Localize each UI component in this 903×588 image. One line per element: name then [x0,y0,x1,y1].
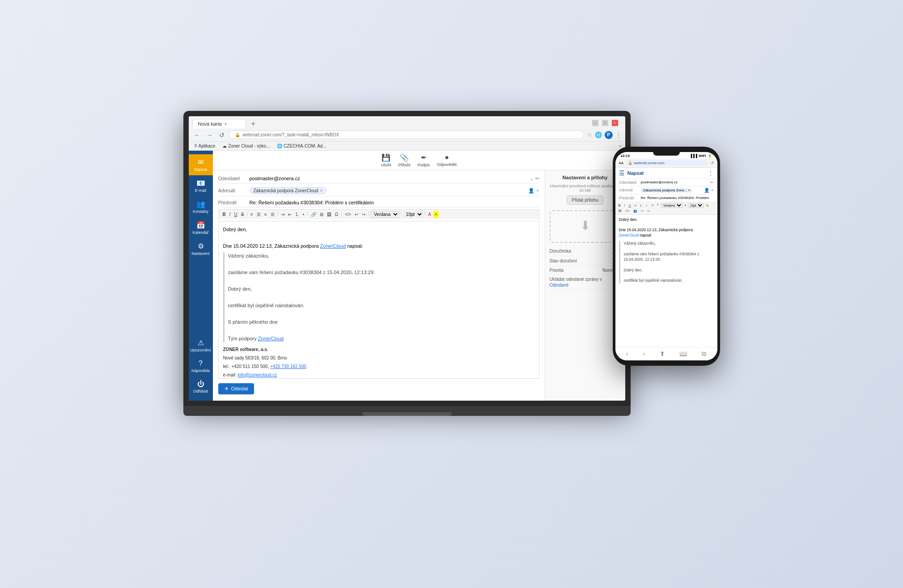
phone-remove-icon[interactable]: × [688,188,691,192]
phone-back-icon[interactable]: ‹ [626,350,628,357]
reply-button[interactable]: ● Odpovědět [437,153,457,167]
bold-button[interactable]: B [221,211,227,218]
phone-emoji-button[interactable]: Ω [705,203,710,208]
sig-tel2-link[interactable]: +420 730 162 500 [270,364,306,369]
phone-font-selector[interactable]: Verdana [661,203,683,208]
phone-edit-icon[interactable]: ✏ [710,180,714,185]
ul-button[interactable]: • [301,211,306,218]
phone-bold-button[interactable]: B [617,203,622,208]
sidebar-item-calendar[interactable]: 📅 Kalendář [189,217,213,238]
minimize-button[interactable]: — [592,120,598,126]
star-icon[interactable]: ☆ [587,131,592,138]
globe-icon[interactable]: 🌐 [595,131,602,138]
bookmarks-more-icon[interactable]: » [619,144,622,148]
phone-editor-body[interactable]: Dobrý den, Dne 15.04.2020 12:13, Zákazni… [615,215,717,347]
align-left-button[interactable]: ≡ [249,211,254,218]
reload-button[interactable]: ↺ [217,131,226,140]
link-button[interactable]: 🔗 [309,211,318,218]
align-right-button[interactable]: ≡ [263,211,268,218]
sidebar-item-settings[interactable]: ⚙ Nastavení [189,238,213,259]
phone-share-icon[interactable]: ⬆ [660,350,665,357]
subject-input[interactable] [250,200,539,205]
phone-align-button[interactable]: ≡ [633,203,638,208]
phone-zonercloud-link[interactable]: ZonerCloud [619,233,639,237]
phone-arrow-icon: ▼ [684,204,687,207]
team-link[interactable]: ZonerCloud [258,336,284,341]
sidebar-item-logout[interactable]: ⏻ Odhlásit [189,376,213,397]
phone-size-selector[interactable]: 10pt [688,203,704,208]
phone-people-btn[interactable]: 👥 [632,209,639,213]
phone-tabs-icon[interactable]: ⧉ [702,350,706,358]
font-selector[interactable]: Verdana [371,211,399,218]
sidebar-item-contacts[interactable]: 👥 Kontakty [189,196,213,217]
sender-edit-icon[interactable]: ✏ [535,176,539,182]
code-button[interactable]: </> [343,211,352,218]
sidebar-item-compose[interactable]: ✉ Napsat [189,154,213,175]
align-center-button[interactable]: ☰ [255,211,262,218]
text-bg-button[interactable]: A [433,211,439,218]
image-button[interactable]: 🖼 [326,211,333,218]
browser-tab[interactable]: Nová karta × [192,119,246,128]
phone-ul-button[interactable]: • [645,203,649,208]
phone-quote-button[interactable]: ❝ [656,203,660,208]
subject-value-container[interactable] [250,200,539,205]
bookmark-czechia[interactable]: 🌐 CZECHIA.COM: Ad... [275,143,328,149]
recipient-remove-icon[interactable]: × [320,188,323,193]
close-button[interactable]: × [612,120,618,126]
address-bar[interactable]: 🔒 webmail.zoner.com/?_task=mail&_mbox=IN… [229,131,584,139]
font-size-selector[interactable]: 10pt [403,211,423,218]
phone-url-bar[interactable]: 🔒 webmail.zoner.com [625,160,708,166]
underline-button[interactable]: U [233,211,239,218]
sidebar-item-alerts[interactable]: ⚠ Upozornění [189,335,213,356]
bookmark-zoner[interactable]: ☁ Zoner Cloud - výko... [220,143,271,149]
sidebar-item-email[interactable]: 📧 E-mail [189,175,213,196]
phone-more-icon[interactable]: ⋮ [708,169,714,177]
save-button[interactable]: 💾 Uložit [381,153,391,167]
italic-button[interactable]: I [228,211,232,218]
add-recipient-icon[interactable]: + [536,188,539,194]
phone-underline-button[interactable]: U [627,203,632,208]
phone-undo-btn[interactable]: ↩ [640,209,645,213]
sender-expand-icon[interactable]: ⌄ [530,176,534,182]
new-tab-button[interactable]: + [248,119,259,129]
phone-add-recipient-icon[interactable]: + [711,188,714,193]
bookmark-apps[interactable]: ⠿ Aplikace [192,143,217,149]
add-contact-icon[interactable]: 👤 [528,188,534,194]
phone-code-btn[interactable]: </> [624,209,631,213]
phone-indent-button[interactable]: ⇥ [649,203,655,208]
outdent-button[interactable]: ⇤ [287,211,293,218]
phone-italic-button[interactable]: I [623,203,627,208]
ol-button[interactable]: 1. [294,211,300,218]
body-link[interactable]: ZonerCloud [320,243,346,249]
attach-button[interactable]: 📎 Přiložit [398,153,410,167]
phone-forward-icon[interactable]: › [643,350,645,357]
redo-button[interactable]: ↪ [360,211,367,218]
justify-button[interactable]: ☰ [269,211,276,218]
phone-add-contact-icon[interactable]: 👤 [704,188,709,193]
sidebar-item-help[interactable]: ? Nápověda [189,356,213,376]
table-button[interactable]: ⊞ [318,211,325,218]
menu-icon[interactable]: ⋮ [615,131,622,139]
tab-close-icon[interactable]: × [225,122,227,127]
editor-body[interactable]: Dobrý den, Dne 15.04.2020 12:13, Zákazni… [218,221,539,379]
undo-button[interactable]: ↩ [353,211,360,218]
send-button[interactable]: ✈ Odeslat [218,383,254,394]
phone-bookmarks-icon[interactable]: 📖 [679,350,687,357]
phone-redo-btn[interactable]: ↪ [646,209,651,213]
phone-refresh-icon[interactable]: ↺ [710,161,714,165]
text-color-button[interactable]: A [427,211,432,218]
indent-button[interactable]: ⇥ [280,211,286,218]
maximize-button[interactable]: □ [602,120,608,126]
sign-button[interactable]: ✒ Podpis [417,153,430,167]
back-button[interactable]: ← [192,131,202,140]
panel-upload-area[interactable]: ⬇ [550,210,621,243]
emoji-button[interactable]: Ω [334,211,339,218]
profile-icon[interactable]: P [605,131,613,139]
strikethrough-button[interactable]: S [240,211,246,218]
forward-button[interactable]: → [205,131,215,140]
phone-image-btn[interactable]: 🖼 [617,209,623,213]
phone-ol-button[interactable]: 1. [639,203,644,208]
phone-menu-icon[interactable]: ☰ [619,169,625,177]
sig-email-link[interactable]: info@zonercloud.cz [237,372,277,377]
add-attachment-button[interactable]: Přidat přílohu [567,195,603,205]
